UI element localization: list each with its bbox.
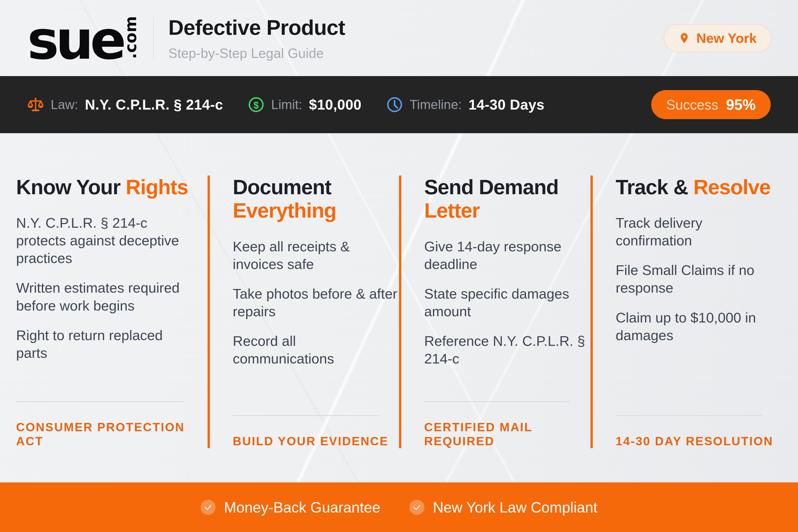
logo-suffix: .com: [124, 16, 138, 59]
step-title-accent: Rights: [126, 175, 188, 198]
success-rate-badge: Success 95%: [651, 90, 771, 119]
step-item: Right to return replaced parts: [16, 326, 189, 362]
sue-com-logo[interactable]: sue .com: [27, 16, 138, 60]
step-title-accent: Resolve: [693, 175, 770, 198]
step-title-accent: Letter: [424, 199, 480, 222]
step-title-accent: Everything: [233, 199, 336, 222]
svg-text:$: $: [254, 100, 259, 111]
step-document-everything: Document Everything Keep all receipts & …: [207, 175, 399, 448]
guarantee-law-compliant: New York Law Compliant: [409, 499, 597, 516]
step-title: Document Everything: [233, 175, 399, 223]
step-item: Reference N.Y. C.P.L.R. § 214-c: [424, 332, 591, 367]
column-rule: [424, 401, 571, 402]
stat-timeline: Timeline: 14-30 Days: [386, 96, 544, 113]
step-send-demand-letter: Send Demand Letter Give 14-day response …: [399, 175, 591, 448]
location-label: New York: [697, 31, 757, 46]
scales-icon: [27, 96, 44, 113]
guarantee-money-back: Money-Back Guarantee: [201, 499, 380, 516]
success-label: Success: [666, 97, 718, 113]
step-footer-label: CONSUMER PROTECTION ACT: [16, 420, 207, 448]
guarantee-label: Money-Back Guarantee: [224, 499, 380, 516]
step-item: Take photos before & after repairs: [233, 285, 399, 320]
column-rule: [233, 415, 379, 416]
stat-timeline-value: 14-30 Days: [469, 96, 544, 113]
step-know-your-rights: Know Your Rights N.Y. C.P.L.R. § 214-c p…: [16, 175, 207, 448]
step-item: Record all communications: [233, 332, 399, 367]
check-icon: [409, 500, 424, 515]
step-item: State specific damages amount: [424, 285, 591, 320]
step-item: Keep all receipts & invoices safe: [233, 238, 399, 273]
title-block: Defective Product Step-by-Step Legal Gui…: [168, 15, 345, 61]
step-footer-label: CERTIFIED MAIL REQUIRED: [424, 420, 591, 448]
stat-law: Law: N.Y. C.P.L.R. § 214-c: [27, 96, 223, 113]
step-item: N.Y. C.P.L.R. § 214-c protects against d…: [16, 214, 189, 267]
guarantee-label: New York Law Compliant: [433, 499, 597, 516]
location-pin-icon: [678, 32, 690, 44]
step-title: Track & Resolve: [616, 175, 782, 199]
step-item: Track delivery confirmation: [616, 214, 782, 249]
step-footer-label: 14-30 DAY RESOLUTION: [616, 434, 782, 448]
steps-section: Know Your Rights N.Y. C.P.L.R. § 214-c p…: [0, 133, 798, 448]
check-icon: [201, 500, 216, 515]
stats-bar: Law: N.Y. C.P.L.R. § 214-c $ Limit: $10,…: [0, 76, 798, 133]
step-footer-label: BUILD YOUR EVIDENCE: [233, 434, 399, 448]
page-title: Defective Product: [168, 15, 345, 40]
step-item: File Small Claims if no response: [616, 261, 782, 297]
header-divider: [153, 17, 154, 59]
stat-law-label: Law:: [51, 97, 78, 112]
column-rule: [616, 415, 762, 416]
clock-icon: [386, 96, 403, 113]
step-item: Claim up to $10,000 in damages: [616, 309, 782, 344]
success-value: 95%: [726, 96, 756, 113]
page-subtitle: Step-by-Step Legal Guide: [168, 45, 345, 61]
stat-law-value: N.Y. C.P.L.R. § 214-c: [85, 96, 223, 113]
step-title-dark: Document: [233, 175, 331, 198]
step-track-resolve: Track & Resolve Track delivery confirmat…: [591, 175, 782, 448]
stat-timeline-label: Timeline:: [410, 97, 462, 112]
guarantee-bar: Money-Back Guarantee New York Law Compli…: [0, 482, 798, 532]
step-title: Know Your Rights: [16, 175, 207, 199]
step-item: Written estimates required before work b…: [16, 279, 189, 314]
stat-limit-value: $10,000: [309, 96, 361, 113]
step-title-dark: Track &: [616, 175, 688, 198]
step-title-dark: Send Demand: [424, 175, 558, 198]
dollar-icon: $: [248, 96, 264, 113]
step-title-dark: Know Your: [16, 175, 120, 198]
step-title: Send Demand Letter: [424, 175, 591, 223]
logo-text: sue: [27, 21, 123, 60]
stat-limit-label: Limit:: [271, 97, 302, 112]
column-rule: [16, 401, 185, 402]
location-badge[interactable]: New York: [664, 24, 771, 52]
step-item: Give 14-day response deadline: [424, 238, 591, 273]
stat-limit: $ Limit: $10,000: [248, 96, 361, 113]
steps-columns: Know Your Rights N.Y. C.P.L.R. § 214-c p…: [16, 175, 782, 448]
page-header: sue .com Defective Product Step-by-Step …: [0, 0, 798, 76]
